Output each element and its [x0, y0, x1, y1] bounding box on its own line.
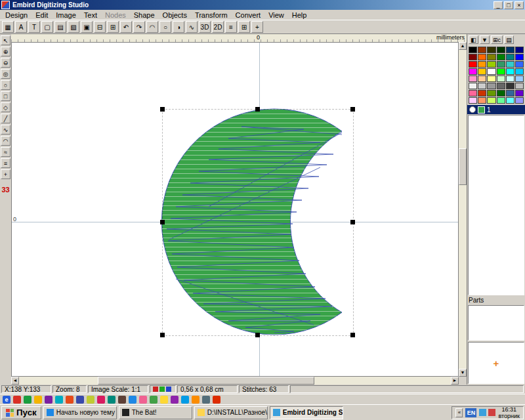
- palette-color[interactable]: [469, 75, 477, 82]
- scroll-down-icon[interactable]: ▼: [459, 369, 467, 377]
- horizontal-scrollbar[interactable]: ◄ ►: [11, 377, 459, 385]
- quicklaunch-icon[interactable]: [192, 396, 200, 404]
- palette-color[interactable]: [469, 54, 477, 60]
- maximize-button[interactable]: □: [504, 1, 513, 9]
- palette-color[interactable]: [506, 47, 514, 53]
- zoom-in-tool[interactable]: ⊕: [1, 47, 10, 56]
- selection-handle[interactable]: [350, 107, 355, 112]
- quicklaunch-icon[interactable]: [87, 396, 94, 404]
- palette-color[interactable]: [487, 61, 495, 68]
- fill-tool[interactable]: ≈: [1, 147, 10, 157]
- palette-menu-button[interactable]: ▤: [504, 35, 514, 44]
- menu-item[interactable]: Image: [52, 10, 80, 20]
- palette-color[interactable]: [469, 68, 477, 75]
- vertical-scroll-thumb[interactable]: [459, 148, 467, 185]
- selection-handle[interactable]: [160, 220, 165, 224]
- language-indicator[interactable]: EN: [465, 408, 476, 417]
- tray-app-icon[interactable]: [488, 409, 495, 416]
- undo-icon[interactable]: ↶: [120, 21, 132, 33]
- palette-color[interactable]: [487, 54, 495, 60]
- palette-color[interactable]: [478, 54, 486, 60]
- selection-handle[interactable]: [255, 333, 260, 337]
- palette-color[interactable]: [506, 97, 514, 104]
- palette-color[interactable]: [515, 47, 524, 53]
- selection-handle[interactable]: [350, 333, 355, 337]
- save-icon[interactable]: ▣: [81, 21, 93, 33]
- quicklaunch-icon[interactable]: [76, 396, 84, 404]
- view-3d-icon[interactable]: 3D: [199, 21, 211, 33]
- tray-expand-icon[interactable]: «: [455, 408, 463, 417]
- palette-color[interactable]: [487, 90, 495, 96]
- wave-icon[interactable]: ∿: [186, 21, 198, 33]
- palette-mode-button[interactable]: ⊞c: [491, 35, 503, 44]
- menu-item[interactable]: Shape: [130, 10, 159, 20]
- palette-color[interactable]: [478, 68, 486, 75]
- quicklaunch-icon[interactable]: [213, 396, 220, 404]
- palette-color[interactable]: [497, 61, 505, 68]
- palette-color[interactable]: [515, 97, 524, 104]
- view-2d-icon[interactable]: 2D: [212, 21, 224, 33]
- palette-color[interactable]: [469, 47, 477, 53]
- redo-icon[interactable]: ↷: [133, 21, 145, 33]
- palette-color[interactable]: [487, 68, 495, 75]
- import-icon[interactable]: ▧: [68, 21, 79, 33]
- select-tool[interactable]: ↖: [1, 35, 10, 45]
- menu-item[interactable]: Design: [1, 10, 32, 20]
- title-bar[interactable]: Embird Digitizing Studio _ □ ×: [0, 0, 525, 10]
- measure-tool[interactable]: +: [1, 169, 10, 179]
- palette-color[interactable]: [506, 83, 514, 89]
- start-button[interactable]: Пуск: [1, 406, 41, 419]
- palette-color[interactable]: [506, 61, 514, 68]
- vertical-scrollbar[interactable]: ▲ ▼: [459, 42, 467, 377]
- quicklaunch-icon[interactable]: e: [3, 396, 10, 404]
- tray-app-icon[interactable]: [479, 409, 486, 416]
- arc-tool[interactable]: ◠: [1, 136, 10, 146]
- quicklaunch-icon[interactable]: [129, 396, 136, 404]
- layers-icon[interactable]: ≡: [225, 21, 237, 33]
- menu-item[interactable]: Nodes: [101, 10, 130, 20]
- task-button[interactable]: Embird Digitizing Stud...: [270, 406, 343, 419]
- palette-color[interactable]: [487, 75, 495, 82]
- print-icon[interactable]: ⊟: [94, 21, 106, 33]
- task-button[interactable]: The Bat!: [119, 406, 192, 419]
- zoom-out-tool[interactable]: ⊖: [1, 58, 10, 68]
- palette-color[interactable]: [515, 61, 524, 68]
- quicklaunch-icon[interactable]: [202, 396, 210, 404]
- selection-handle[interactable]: [255, 107, 260, 112]
- object-list[interactable]: [468, 115, 524, 295]
- selection-handle[interactable]: [350, 220, 355, 224]
- palette-color[interactable]: [487, 47, 495, 53]
- quicklaunch-icon[interactable]: [118, 396, 126, 404]
- ellipse-tool[interactable]: ○: [1, 80, 10, 90]
- quicklaunch-icon[interactable]: [45, 396, 52, 404]
- menu-item[interactable]: View: [264, 10, 288, 20]
- text-icon[interactable]: T: [28, 21, 40, 33]
- stitch-tool[interactable]: ≡: [1, 158, 10, 168]
- palette-color[interactable]: [478, 75, 486, 82]
- task-button[interactable]: Начать новую тему :: В...: [43, 406, 117, 419]
- clock[interactable]: 16:31 вторник: [498, 406, 520, 419]
- zoom-area-tool[interactable]: ◎: [1, 69, 10, 79]
- palette-color[interactable]: [469, 97, 477, 104]
- palette-color[interactable]: [506, 90, 514, 96]
- rectangle-tool[interactable]: □: [1, 91, 10, 101]
- palette-color[interactable]: [478, 90, 486, 96]
- quicklaunch-icon[interactable]: [108, 396, 116, 404]
- thread-palette-dropdown[interactable]: ◧: [469, 35, 478, 44]
- visibility-eye-icon[interactable]: [469, 106, 476, 113]
- menu-item[interactable]: Objects: [159, 10, 191, 20]
- manual-mode-icon[interactable]: ▦: [2, 21, 14, 33]
- palette-color[interactable]: [469, 90, 477, 96]
- palette-color[interactable]: [487, 83, 495, 89]
- new-icon[interactable]: ▢: [41, 21, 53, 33]
- horizontal-scroll-thumb[interactable]: [98, 377, 314, 385]
- quicklaunch-icon[interactable]: [160, 396, 168, 404]
- palette-color[interactable]: [515, 54, 524, 60]
- line-tool[interactable]: ╱: [1, 114, 10, 123]
- quicklaunch-icon[interactable]: [150, 396, 158, 404]
- menu-item[interactable]: Text: [80, 10, 101, 20]
- palette-color[interactable]: [469, 61, 477, 68]
- quicklaunch-icon[interactable]: [24, 396, 32, 404]
- menu-item[interactable]: Convert: [232, 10, 265, 20]
- menu-item[interactable]: Transform: [191, 10, 232, 20]
